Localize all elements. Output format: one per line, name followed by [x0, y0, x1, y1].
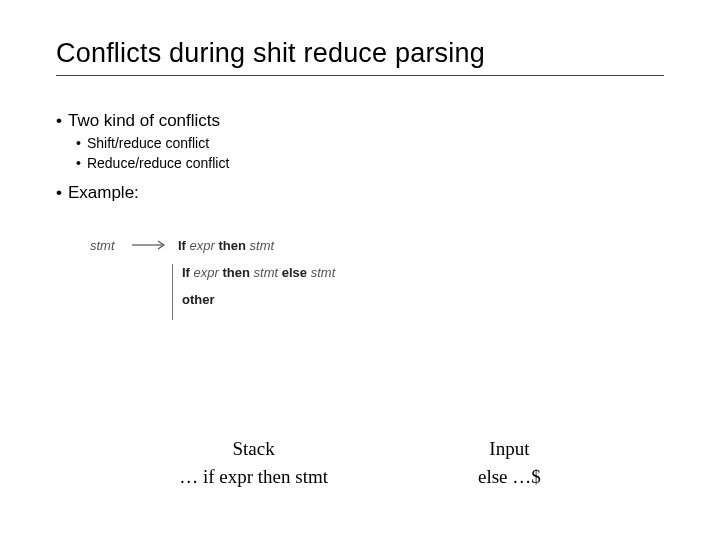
grammar-nonterminal: stmt — [254, 265, 279, 280]
grammar-keyword: If — [178, 238, 186, 253]
bullet-list: •Two kind of conflicts •Shift/reduce con… — [56, 110, 664, 204]
grammar-keyword: then — [219, 238, 246, 253]
bullet-text: Shift/reduce conflict — [87, 135, 209, 151]
grammar-nonterminal: stmt — [311, 265, 336, 280]
arrow-icon — [132, 240, 174, 250]
grammar-keyword: If — [182, 265, 190, 280]
bullet-dot-icon: • — [76, 135, 81, 153]
bullet-text: Example: — [68, 183, 139, 202]
stack-value: … if expr then stmt — [179, 466, 328, 488]
stack-column: Stack … if expr then stmt — [179, 438, 328, 488]
grammar-nonterminal: expr — [190, 238, 215, 253]
bullet-level2: •Shift/reduce conflict — [76, 135, 664, 153]
bullet-dot-icon: • — [56, 110, 62, 131]
grammar-nonterminal: stmt — [250, 238, 275, 253]
grammar-rhs: If expr then stmt — [174, 238, 274, 253]
bullet-text: Reduce/reduce conflict — [87, 155, 229, 171]
grammar-production: stmt If expr then stmt — [90, 238, 664, 253]
grammar-keyword: then — [223, 265, 250, 280]
bullet-level2: •Reduce/reduce conflict — [76, 155, 664, 173]
grammar-alternative: If expr then stmt else stmt — [182, 265, 664, 280]
bullet-level1: •Two kind of conflicts — [56, 110, 664, 131]
slide-title: Conflicts during shit reduce parsing — [56, 38, 664, 76]
input-value: else …$ — [478, 466, 541, 488]
grammar-block: stmt If expr then stmt If expr then stmt… — [90, 238, 664, 307]
grammar-keyword: other — [182, 292, 215, 307]
input-header: Input — [478, 438, 541, 460]
grammar-lhs: stmt — [90, 238, 132, 253]
grammar-alternative: other — [182, 292, 664, 307]
bullet-dot-icon: • — [56, 182, 62, 203]
stack-header: Stack — [179, 438, 328, 460]
grammar-nonterminal: expr — [194, 265, 219, 280]
bullet-text: Two kind of conflicts — [68, 111, 220, 130]
grammar-keyword: else — [282, 265, 307, 280]
bullet-dot-icon: • — [76, 155, 81, 173]
input-column: Input else …$ — [478, 438, 541, 488]
grammar-alt-bar-icon — [172, 264, 173, 320]
bullet-level1: •Example: — [56, 182, 664, 203]
slide: Conflicts during shit reduce parsing •Tw… — [0, 0, 720, 307]
example-table: Stack … if expr then stmt Input else …$ — [0, 438, 720, 488]
